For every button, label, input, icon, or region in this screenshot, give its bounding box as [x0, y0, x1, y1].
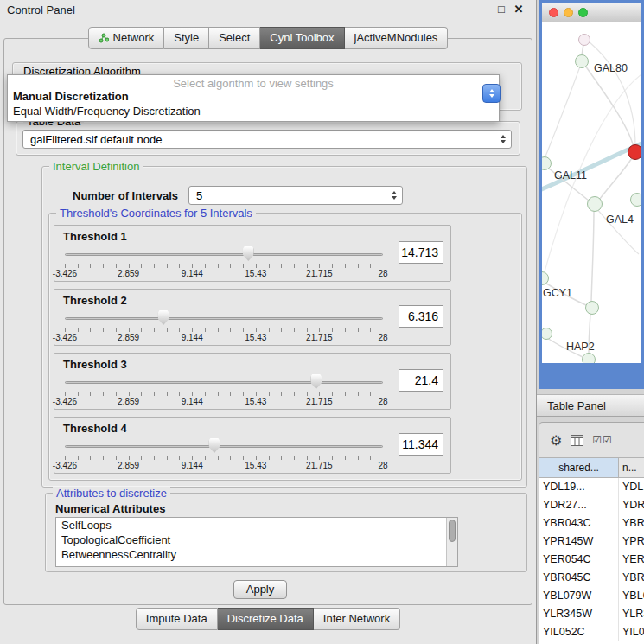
tab-style[interactable]: Style [164, 27, 209, 49]
number-of-intervals-combobox[interactable]: 5 [188, 186, 403, 205]
cell[interactable]: YBR0... [619, 569, 644, 587]
slider-scale: -3.426 2.859 9.144 15.43 21.715 28 [65, 397, 383, 407]
cell[interactable]: YBR043C [539, 514, 619, 532]
slider-track[interactable] [65, 317, 383, 320]
threshold-2-label: Threshold 2 [63, 294, 127, 307]
threshold-1-value-field[interactable]: 14.713 [399, 241, 443, 264]
table-row[interactable]: YDL19... YDL1... [539, 478, 644, 496]
network-canvas[interactable]: GAL80 GAL11 GAL4 GCY1 HAP2 [542, 22, 641, 363]
cell[interactable]: YER0... [619, 551, 644, 569]
tab-cyni-toolbox-label: Cyni Toolbox [270, 31, 334, 44]
cell[interactable]: YPR1... [619, 532, 644, 551]
network-node[interactable] [575, 54, 589, 68]
slider-track[interactable] [65, 445, 383, 448]
table-row[interactable]: YBR045C YBR0... [539, 569, 644, 587]
slider-thumb[interactable] [208, 438, 220, 453]
tab-cyni-toolbox[interactable]: Cyni Toolbox [260, 27, 344, 49]
network-node[interactable] [585, 301, 599, 315]
cell[interactable]: YDL19... [539, 478, 619, 496]
select-all-icon[interactable]: ☑☑ [592, 434, 613, 446]
list-item[interactable]: TopologicalCoefficient [56, 532, 457, 547]
threshold-4-value-field[interactable]: 11.344 [399, 433, 443, 456]
threshold-4-label: Threshold 4 [63, 422, 127, 435]
list-item[interactable]: SelfLoops [56, 518, 457, 532]
column-header-shared-name[interactable]: shared... [539, 458, 619, 477]
list-scrollbar[interactable] [446, 518, 457, 566]
cell[interactable]: YBR045C [539, 569, 619, 587]
threshold-3-value-field[interactable]: 21.4 [399, 369, 443, 392]
close-icon[interactable]: ✕ [512, 3, 526, 16]
list-item[interactable]: BetweennessCentrality [56, 547, 457, 562]
columns-icon[interactable] [571, 435, 583, 446]
network-node[interactable] [578, 34, 590, 46]
table-row[interactable]: YPR145W YPR1... [539, 532, 644, 551]
table-toolbar: ⚙ ☑☑ [539, 423, 644, 457]
cell[interactable]: YLR3... [619, 605, 644, 623]
algorithm-option-equal-width[interactable]: Equal Width/Frequency Discretization [8, 104, 499, 118]
network-node-selected[interactable] [628, 144, 641, 160]
tab-infer-network[interactable]: Infer Network [314, 608, 400, 630]
network-node[interactable] [582, 353, 596, 363]
number-of-intervals-stepper-icon[interactable] [388, 191, 402, 200]
cell[interactable]: YPR145W [539, 532, 619, 551]
threshold-3-slider[interactable]: -3.426 2.859 9.144 15.43 21.715 28 [65, 378, 383, 409]
cell[interactable]: YBL0... [619, 587, 644, 605]
cell[interactable]: YBL079W [539, 587, 619, 605]
table-data-combobox[interactable]: galFiltered.sif default node [22, 130, 512, 149]
cell[interactable]: YIL0... [619, 623, 644, 641]
table-data-stepper-icon[interactable] [497, 135, 511, 143]
network-node[interactable] [587, 196, 603, 212]
apply-button[interactable]: Apply [233, 580, 287, 599]
tab-select-label: Select [219, 31, 250, 44]
tab-discretize-data-label: Discretize Data [227, 612, 303, 625]
tab-network[interactable]: Network [88, 27, 165, 49]
table-row[interactable]: YBR043C YBR0... [539, 514, 644, 532]
threshold-4-slider[interactable]: -3.426 2.859 9.144 15.43 21.715 28 [65, 442, 383, 473]
slider-track[interactable] [65, 253, 383, 256]
cell[interactable]: YLR345W [539, 605, 619, 623]
attributes-listbox[interactable]: SelfLoops TopologicalCoefficient Between… [55, 517, 458, 567]
table-row[interactable]: YER054C YER0... [539, 551, 644, 569]
slider-thumb[interactable] [158, 310, 169, 325]
scale-label: 21.715 [306, 397, 333, 406]
tab-discretize-data[interactable]: Discretize Data [218, 608, 314, 630]
cell[interactable]: YER054C [539, 551, 619, 569]
node-label-gal4: GAL4 [606, 214, 634, 226]
table-panel-header[interactable]: Table Panel [537, 394, 644, 417]
table-row[interactable]: YLR345W YLR3... [539, 605, 644, 623]
cell[interactable]: YIL052C [539, 623, 619, 641]
slider-ticks [65, 264, 383, 268]
zoom-traffic-light-icon[interactable] [578, 8, 588, 17]
slider-thumb[interactable] [310, 374, 322, 389]
network-node[interactable] [630, 193, 641, 207]
threshold-2-slider[interactable]: -3.426 2.859 9.144 15.43 21.715 28 [65, 314, 383, 345]
scale-label: -3.426 [53, 461, 77, 470]
close-traffic-light-icon[interactable] [549, 8, 558, 17]
cell[interactable]: YDR2... [619, 496, 644, 514]
table-row[interactable]: YIL052C YIL0... [539, 623, 644, 641]
scale-label: 9.144 [182, 333, 203, 342]
minimize-traffic-light-icon[interactable] [564, 8, 573, 17]
network-view-window: GAL80 GAL11 GAL4 GCY1 HAP2 [539, 0, 644, 389]
gear-icon[interactable]: ⚙ [550, 432, 562, 449]
algorithm-combo-stepper-icon[interactable] [482, 84, 501, 103]
column-header-name[interactable]: n... [619, 458, 644, 477]
slider-track[interactable] [65, 381, 383, 384]
cell[interactable]: YDR27... [539, 496, 619, 514]
slider-thumb[interactable] [243, 246, 254, 261]
table-body: YDL19... YDL1... YDR27... YDR2... YBR043… [539, 478, 644, 644]
scale-label: -3.426 [53, 397, 77, 406]
scrollbar-thumb[interactable] [449, 520, 456, 542]
cell[interactable]: YDL1... [619, 478, 644, 496]
threshold-1-slider[interactable]: -3.426 2.859 9.144 15.43 21.715 28 [65, 250, 383, 281]
tab-select[interactable]: Select [209, 27, 260, 49]
float-window-icon[interactable]: □ [494, 3, 508, 16]
threshold-2-value-field[interactable]: 6.316 [399, 305, 443, 328]
algorithm-option-manual[interactable]: Manual Discretization [8, 89, 499, 104]
table-row[interactable]: YBL079W YBL0... [539, 587, 644, 605]
table-panel-window: ⚙ ☑☑ shared... n... YDL19... YDL1... [539, 422, 644, 644]
tab-jactivemnodules[interactable]: jActiveMNodules [345, 27, 449, 49]
tab-impute-data[interactable]: Impute Data [136, 608, 218, 630]
table-row[interactable]: YDR27... YDR2... [539, 496, 644, 514]
cell[interactable]: YBR0... [619, 514, 644, 532]
